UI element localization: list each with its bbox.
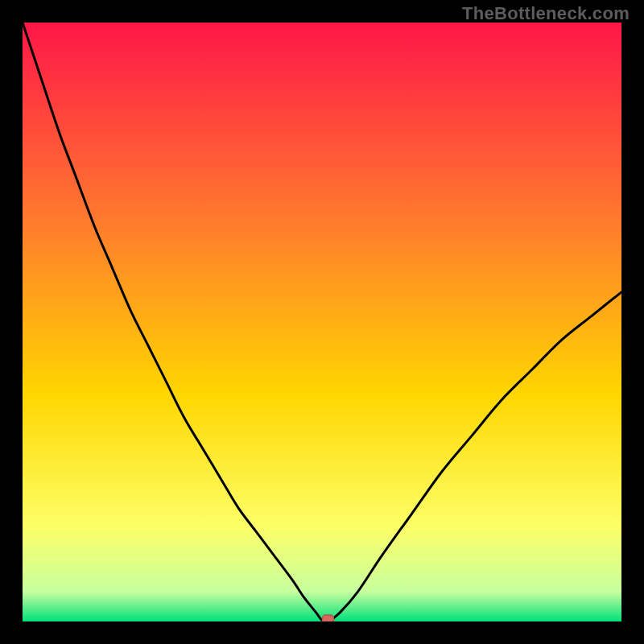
chart-svg [23,23,621,621]
chart-frame: TheBottleneck.com [0,0,644,644]
plot-area [23,23,621,621]
gradient-background [23,23,621,621]
optimal-marker [322,615,333,621]
watermark-text: TheBottleneck.com [462,3,630,24]
